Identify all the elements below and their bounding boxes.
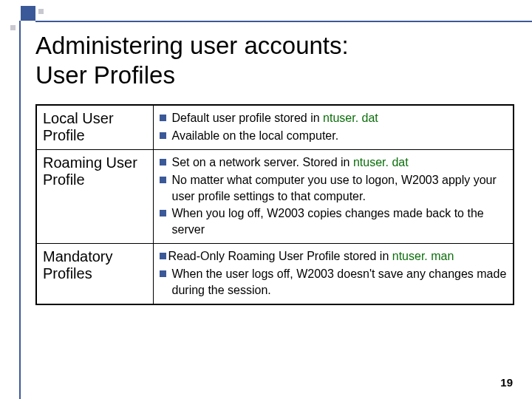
table-row: Mandatory Profiles Read-Only Roaming Use… [36, 244, 514, 304]
file-name: ntuser. dat [353, 156, 409, 168]
row-label: Mandatory Profiles [36, 244, 153, 304]
page-number: 19 [500, 376, 513, 389]
profile-table: Local User Profile Default user profile … [35, 104, 514, 305]
bullet-item: No matter what computer you use to logon… [160, 172, 508, 204]
bullet-item: Set on a network server. Stored in ntuse… [160, 154, 508, 171]
row-label: Roaming User Profile [36, 150, 153, 244]
table-row: Local User Profile Default user profile … [36, 105, 514, 150]
bullet-item: Available on the local computer. [160, 128, 508, 144]
file-name: ntuser. man [392, 250, 454, 262]
bullet-square-icon [160, 177, 166, 183]
bullet-square-icon [160, 159, 166, 166]
title-line-2: User Profiles [35, 61, 175, 89]
row-content: Read-Only Roaming User Profile stored in… [153, 244, 514, 304]
bullet-text: When the user logs off, W2003 doesn't sa… [172, 266, 508, 298]
slide-corner-decoration [0, 0, 89, 30]
bullet-square-icon [160, 270, 166, 277]
bullet-text: Default user profile stored in ntuser. d… [172, 110, 508, 126]
file-name: ntuser. dat [323, 112, 378, 124]
bullet-item: When the user logs off, W2003 doesn't sa… [160, 266, 508, 298]
bullet-square-icon [160, 115, 166, 121]
bullet-text: When you log off, W2003 copies changes m… [172, 205, 508, 237]
bullet-text: Read-Only Roaming User Profile stored in… [168, 248, 508, 265]
row-content: Set on a network server. Stored in ntuse… [153, 150, 514, 244]
slide-title: Administering user accounts: User Profil… [35, 31, 514, 89]
bullet-text: No matter what computer you use to logon… [172, 172, 508, 204]
row-content: Default user profile stored in ntuser. d… [153, 105, 514, 150]
bullet-square-icon [160, 132, 166, 139]
bullet-square-icon [160, 210, 166, 216]
title-line-1: Administering user accounts: [35, 32, 349, 59]
row-label: Local User Profile [36, 105, 153, 150]
slide-content: Administering user accounts: User Profil… [35, 31, 514, 305]
table-row: Roaming User Profile Set on a network se… [36, 150, 514, 244]
bullet-square-icon [160, 253, 166, 259]
bullet-text: Set on a network server. Stored in ntuse… [172, 154, 508, 171]
bullet-item: Read-Only Roaming User Profile stored in… [160, 248, 508, 265]
bullet-item: When you log off, W2003 copies changes m… [160, 205, 508, 237]
bullet-item: Default user profile stored in ntuser. d… [160, 110, 508, 126]
bullet-text: Available on the local computer. [172, 128, 508, 144]
